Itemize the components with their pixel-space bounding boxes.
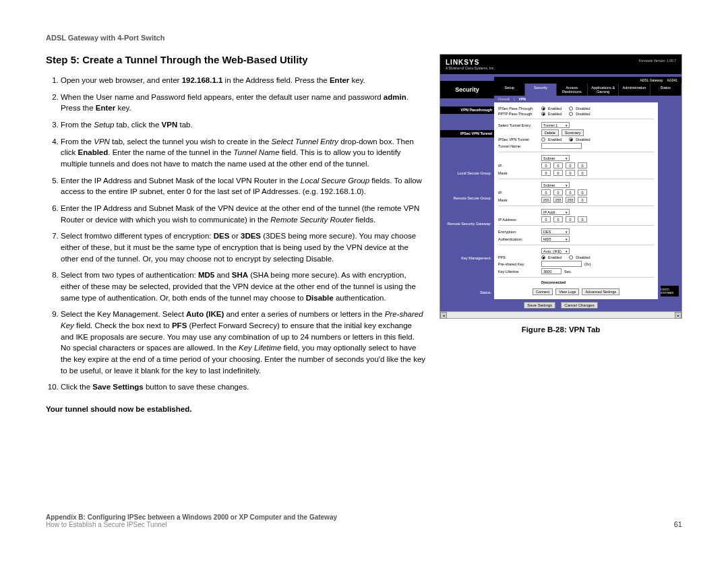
- tab-security[interactable]: Security: [525, 84, 556, 96]
- gateway-type-select[interactable]: IP Addr.: [541, 209, 570, 215]
- gw-ip-1[interactable]: 0: [541, 216, 551, 222]
- figure-caption: Figure B-28: VPN Tab: [439, 325, 682, 334]
- summary-button[interactable]: Summary: [562, 129, 584, 136]
- status-value: Disconnected: [541, 280, 566, 284]
- step-9: Select the Key Management. Select Auto (…: [61, 309, 426, 376]
- remote-ip-4[interactable]: 0: [578, 189, 587, 195]
- product-header: ADSL Gateway with 4-Port Switch: [46, 34, 682, 42]
- scroll-left-icon[interactable]: ◂: [440, 312, 447, 319]
- tunnel-name-input[interactable]: [541, 143, 582, 149]
- brand-logo: LINKSYS: [446, 59, 495, 66]
- ipsec-pt-label: IPSec Pass-Through:: [498, 106, 539, 111]
- viewlogs-button[interactable]: View Logs: [555, 288, 579, 295]
- connect-button[interactable]: Connect: [533, 288, 553, 295]
- local-type-select[interactable]: Subnet: [541, 155, 570, 161]
- auth-select[interactable]: MD5: [541, 236, 570, 242]
- side-tunnel: IPSec VPN Tunnel: [440, 130, 494, 137]
- ipsec-pt-enabled-radio[interactable]: [541, 106, 545, 111]
- step-3: From the Setup tab, click the VPN tab.: [61, 119, 426, 131]
- subtab-firewall[interactable]: Firewall: [498, 97, 510, 101]
- local-mask-4[interactable]: 0: [578, 170, 587, 176]
- side-local: Local Secure Group:: [443, 171, 491, 176]
- step-2: When the User name and Password field ap…: [61, 92, 426, 114]
- tab-setup[interactable]: Setup: [494, 84, 525, 96]
- step-8: Select from two types of authentication:…: [61, 270, 426, 303]
- side-remote: Remote Secure Group:: [443, 196, 491, 201]
- pptp-pt-disabled-radio[interactable]: [569, 112, 573, 116]
- remote-ip-label: IP:: [498, 191, 539, 195]
- firmware-version: Firmware Version: 1.00.7: [638, 59, 676, 63]
- step-list: Open your web browser, and enter 192.168…: [46, 75, 426, 393]
- local-ip-3[interactable]: 0: [566, 162, 575, 168]
- step-6: Enter the IP Address and Subnet Mask of …: [61, 203, 426, 225]
- gateway-ip-label: IP Address:: [498, 218, 539, 222]
- remote-ip-1[interactable]: 0: [541, 189, 551, 195]
- section-label: Security: [440, 81, 494, 98]
- gw-ip-3[interactable]: 0: [566, 216, 575, 222]
- remote-ip-2[interactable]: 0: [553, 189, 563, 195]
- tab-access[interactable]: Access Restrictions: [557, 84, 588, 96]
- tab-admin[interactable]: Administration: [619, 84, 650, 96]
- ipsec-pt-disabled-radio[interactable]: [569, 106, 573, 111]
- local-ip-1[interactable]: 0: [541, 162, 551, 168]
- keymgmt-select[interactable]: Auto. (IKE): [541, 248, 570, 254]
- auth-label: Authentication:: [498, 237, 539, 241]
- tunnel-name-label: Tunnel Name:: [498, 144, 539, 148]
- gw-ip-4[interactable]: 0: [578, 216, 587, 222]
- local-mask-3[interactable]: 0: [566, 170, 575, 176]
- page-number: 61: [674, 520, 682, 528]
- footer-appendix: Appendix B: Configuring IPSec between a …: [46, 513, 337, 521]
- side-gateway: Remote Security Gateway:: [443, 222, 491, 226]
- local-mask-1[interactable]: 0: [541, 170, 551, 176]
- local-ip-4[interactable]: 0: [578, 162, 587, 168]
- tab-apps[interactable]: Applications & Gaming: [588, 84, 619, 96]
- brand-subtitle: A Division of Cisco Systems, Inc.: [446, 66, 495, 70]
- step-5: Enter the IP Address and Subnet Mask of …: [61, 175, 426, 197]
- remote-mask-1[interactable]: 255: [541, 197, 551, 203]
- remote-mask-4[interactable]: 0: [578, 197, 587, 203]
- local-mask-2[interactable]: 0: [553, 170, 563, 176]
- pptp-pt-label: PPTP Pass-Through:: [498, 112, 539, 116]
- side-status: Status:: [443, 290, 491, 295]
- encryption-select[interactable]: DES: [541, 228, 570, 235]
- subtab-vpn[interactable]: VPN: [519, 97, 526, 101]
- pptp-pt-enabled-radio[interactable]: [541, 112, 545, 116]
- advanced-button[interactable]: Advanced Settings: [582, 288, 619, 295]
- gw-ip-2[interactable]: 0: [553, 216, 563, 222]
- scroll-right-icon[interactable]: ▸: [675, 312, 681, 319]
- step-1: Open your web browser, and enter 192.168…: [61, 75, 426, 86]
- select-tunnel-dropdown[interactable]: Tunnel 1: [541, 122, 570, 128]
- delete-button[interactable]: Delete: [541, 129, 559, 136]
- remote-mask-3[interactable]: 255: [566, 197, 575, 203]
- step-title: Step 5: Create a Tunnel Through the Web-…: [46, 54, 426, 65]
- remote-type-select[interactable]: Subnet: [541, 182, 570, 188]
- remote-mask-2[interactable]: 255: [553, 197, 563, 203]
- step-7: Select fromtwo different types of encryp…: [61, 230, 426, 264]
- tunnel-enabled-radio[interactable]: [541, 137, 545, 142]
- main-text-column: Step 5: Create a Tunnel Through the Web-…: [46, 54, 426, 413]
- psk-input[interactable]: [541, 261, 582, 267]
- ipsec-vpn-label: IPSec VPN Tunnel:: [498, 137, 539, 142]
- model-label: ADSL Gateway: [640, 78, 663, 82]
- local-mask-label: Mask:: [498, 171, 539, 175]
- step-10: Click the Save Settings button to save t…: [61, 381, 426, 393]
- figure-column: LINKSYS A Division of Cisco Systems, Inc…: [439, 54, 682, 413]
- local-ip-2[interactable]: 0: [553, 162, 563, 168]
- tunnel-disabled-radio[interactable]: [569, 137, 573, 142]
- select-tunnel-label: Select Tunnel Entry:: [498, 123, 539, 127]
- tab-status[interactable]: Status: [650, 84, 681, 96]
- vpn-screenshot: LINKSYS A Division of Cisco Systems, Inc…: [439, 54, 682, 319]
- cisco-logo: CISCO SYSTEMS: [661, 286, 679, 296]
- encryption-label: Encryption:: [498, 230, 539, 234]
- side-passthru: VPN Passthrough: [440, 106, 494, 114]
- cancel-changes-button[interactable]: Cancel Changes: [561, 302, 597, 309]
- side-keymgmt: Key Management:: [443, 256, 491, 261]
- save-settings-button[interactable]: Save Settings: [524, 302, 555, 309]
- pfs-disabled-radio[interactable]: [569, 255, 573, 259]
- keylife-label: Key Lifetime:: [498, 270, 539, 274]
- keylife-input[interactable]: 3600: [541, 268, 562, 274]
- remote-ip-3[interactable]: 0: [566, 189, 575, 195]
- pfs-enabled-radio[interactable]: [541, 255, 545, 259]
- footer-subtitle: How to Establish a Secure IPSec Tunnel: [46, 521, 337, 528]
- horizontal-scrollbar[interactable]: ◂ ▸: [440, 311, 681, 318]
